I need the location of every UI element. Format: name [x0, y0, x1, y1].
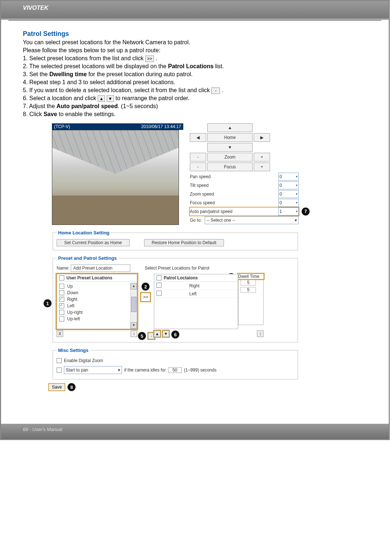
restore-home-button[interactable]: Restore Home Position to Default	[144, 239, 224, 246]
zoom-out-button[interactable]: -	[190, 153, 206, 161]
list-item[interactable]: Left	[154, 290, 238, 298]
home-location-legend: Home Location Setting	[57, 230, 111, 235]
instructions: You can select preset locations for the …	[23, 38, 367, 118]
stream-time: 2010/06/17 13:44:17	[141, 124, 181, 129]
checkbox[interactable]	[59, 303, 64, 308]
dwell-time-input[interactable]: 5	[241, 280, 256, 286]
checkbox[interactable]	[59, 310, 64, 315]
checkbox[interactable]	[59, 284, 64, 289]
list-item[interactable]: Right	[57, 296, 130, 303]
callout-2: 2	[142, 283, 150, 291]
video-preview[interactable]	[52, 130, 179, 225]
misc-settings-legend: Misc Settings	[57, 348, 90, 353]
checkbox[interactable]	[59, 290, 64, 295]
pan-speed-select[interactable]: 0▾	[278, 173, 299, 181]
idle-seconds-input[interactable]: 50	[168, 367, 182, 373]
up-icon: ▲	[98, 95, 105, 102]
sort-patrol-button[interactable]: ↕	[257, 331, 264, 337]
page-header: VIVOTEK	[1, 1, 389, 20]
callout-1: 1	[44, 299, 52, 307]
tilt-up-button[interactable]: ▲	[207, 123, 253, 132]
checkbox[interactable]	[59, 297, 64, 302]
checkbox[interactable]	[156, 283, 162, 288]
chevron-down-icon: ▾	[118, 368, 120, 373]
save-button[interactable]: Save	[48, 383, 65, 391]
callout-8: 8	[68, 383, 75, 391]
home-location-fieldset: Home Location Setting Set Current Positi…	[53, 230, 298, 250]
zoom-speed-select[interactable]: 0▾	[278, 190, 299, 198]
list-item[interactable]: Up-left	[57, 316, 130, 322]
list-item[interactable]: Right	[154, 282, 238, 290]
tilt-down-button[interactable]: ▼	[207, 143, 253, 152]
preset-patrol-fieldset: Preset and Patrol Settings Name: Add Pre…	[53, 255, 298, 342]
callout-7: 7	[302, 208, 310, 216]
page-footer: 68 - User's Manual	[1, 424, 389, 439]
list-item[interactable]: Up	[57, 283, 130, 290]
list-item[interactable]: Left	[57, 303, 130, 309]
checkbox[interactable]	[156, 275, 162, 280]
auto-speed-select[interactable]: 1▾	[278, 208, 299, 216]
warehouse-floor-graphic	[52, 196, 179, 225]
auto-speed-row: Auto pan/patrol speed 1▾ 7	[190, 208, 299, 216]
user-preset-list[interactable]: User Preset Locations UpDownRightLeftUp-…	[57, 274, 137, 329]
step-5: 5. If you want to delete a selected loca…	[23, 86, 367, 94]
remove-icon: -	[211, 87, 220, 94]
add-to-patrol-button[interactable]: >>	[141, 293, 150, 301]
preset-name-input[interactable]: Add Preset Location	[71, 264, 130, 272]
pan-speed-row: Pan speed 0▾	[190, 173, 299, 181]
step-4: 4. Repeat step 1 and 3 to select additio…	[23, 78, 367, 86]
preset-patrol-legend: Preset and Patrol Settings	[57, 255, 118, 261]
set-home-button[interactable]: Set Current Position as Home	[57, 239, 130, 246]
chevron-down-icon: ▾	[296, 190, 298, 198]
focus-near-button[interactable]: -	[190, 163, 206, 171]
intro-line-1: You can select preset locations for the …	[23, 38, 367, 46]
sort-preset-button[interactable]: ↕	[131, 331, 137, 337]
enable-zoom-checkbox[interactable]	[57, 358, 62, 363]
checkbox[interactable]	[59, 316, 64, 321]
scroll-up-icon[interactable]: ▲	[131, 283, 137, 290]
idle-action-select[interactable]: Start to pan▾	[64, 366, 122, 374]
forward-icon: >>	[145, 56, 154, 62]
move-up-button[interactable]: ▲	[154, 331, 160, 337]
checkbox[interactable]	[156, 291, 162, 296]
stream-name: (TCP-V)	[54, 124, 70, 129]
down-icon: ▼	[107, 95, 114, 102]
step-7: 7. Adjust the Auto pan/patrol speed. (1~…	[23, 102, 367, 110]
page-content: Patrol Settings You can select preset lo…	[1, 21, 389, 402]
pan-left-button[interactable]: ◀	[190, 133, 206, 142]
brand: VIVOTEK	[23, 5, 48, 11]
goto-select[interactable]: -- Select one --▾	[205, 216, 299, 224]
goto-row: Go to: -- Select one --▾	[190, 216, 299, 224]
step-1: 1. Select preset locations from the list…	[23, 54, 367, 62]
scroll-thumb[interactable]	[131, 297, 136, 312]
idle-action-checkbox[interactable]	[57, 368, 62, 373]
checkbox[interactable]	[59, 275, 64, 280]
delete-preset-button[interactable]: X	[57, 331, 63, 337]
pan-right-button[interactable]: ▶	[254, 133, 270, 142]
misc-settings-fieldset: Misc Settings Enable Digital Zoom Start …	[53, 348, 298, 379]
patrol-locations-list[interactable]: Patrol Loctaions RightLeft	[154, 274, 238, 329]
dwell-time-input[interactable]: 5	[241, 287, 256, 293]
chevron-down-icon: ▾	[295, 216, 297, 224]
dwell-time-header: Dwell Time	[238, 274, 264, 279]
tilt-speed-select[interactable]: 0▾	[278, 181, 299, 189]
intro-line-2: Please follow the steps below to set up …	[23, 46, 367, 54]
chevron-down-icon: ▾	[296, 173, 298, 181]
zoom-in-button[interactable]: +	[254, 153, 270, 161]
home-button[interactable]: Home	[207, 133, 253, 142]
step-6: 6. Select a location and click ▲ ▼ to re…	[23, 94, 367, 102]
list-item[interactable]: Down	[57, 290, 130, 296]
move-down-button[interactable]: ▼	[163, 331, 169, 337]
scroll-down-icon[interactable]: ▼	[131, 322, 137, 329]
step-3: 3. Set the Dwelling time for the preset …	[23, 70, 367, 78]
scrollbar[interactable]: ▲ ▼	[130, 283, 137, 329]
tilt-speed-row: Tilt speed 0▾	[190, 181, 299, 189]
section-title: Patrol Settings	[23, 30, 367, 38]
preset-name-row: Name: Add Preset Location	[57, 264, 130, 272]
focus-speed-select[interactable]: 0▾	[278, 199, 299, 207]
focus-far-button[interactable]: +	[254, 163, 270, 171]
list-item[interactable]: Up-right	[57, 309, 130, 316]
chevron-down-icon: ▾	[296, 208, 298, 216]
callout-5: 5	[138, 332, 146, 340]
step-8: 8. Click Save to enable the settings.	[23, 110, 367, 118]
